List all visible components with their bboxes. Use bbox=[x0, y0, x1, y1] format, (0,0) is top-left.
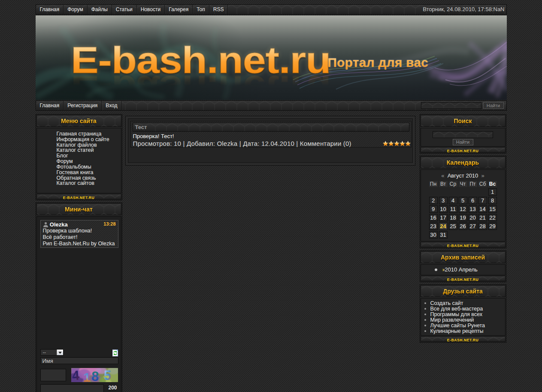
svg-text:1: 1 bbox=[83, 370, 91, 382]
svg-text:8: 8 bbox=[91, 369, 99, 382]
svg-text:4: 4 bbox=[71, 368, 80, 382]
svg-text:5: 5 bbox=[104, 368, 111, 382]
